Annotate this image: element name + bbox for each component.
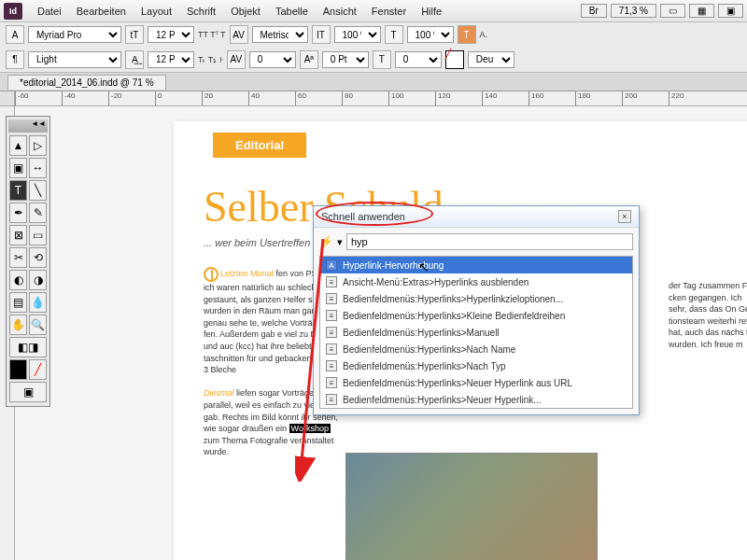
font-weight-select[interactable]: Light — [28, 51, 121, 68]
apply-color[interactable] — [9, 359, 27, 380]
quick-apply-titlebar[interactable]: Schnell anwenden × — [314, 206, 639, 228]
article-photo[interactable] — [345, 453, 598, 560]
quick-apply-item[interactable]: ≡Bedienfeldmenüs:Hyperlinks>Neuer Hyperl… — [320, 374, 632, 391]
menu-tabelle[interactable]: Tabelle — [268, 4, 316, 19]
menu-layout[interactable]: Layout — [134, 4, 179, 19]
apply-none[interactable]: ╱ — [29, 359, 47, 380]
tracking-select[interactable]: 0 — [249, 51, 296, 68]
gradient-feather-tool[interactable]: ◑ — [29, 270, 47, 290]
gap-tool[interactable]: ↔ — [29, 158, 47, 178]
caps-icon[interactable]: TT Tᵀ T — [198, 30, 226, 39]
font-size-select[interactable]: 12 Pt — [148, 26, 194, 43]
quick-apply-list: AHyperlink-Hervorhebung ≡Ansicht-Menü:Ex… — [319, 256, 633, 409]
leading-icon: A͟ — [125, 50, 144, 69]
zoom-level[interactable]: 71,3 % — [611, 4, 656, 18]
quick-apply-item[interactable]: ≡Bedienfeldmenüs:Hyperlinks>Neuer Hyperl… — [320, 391, 632, 408]
direct-selection-tool[interactable]: ▷ — [29, 135, 47, 156]
ruler-horizontal[interactable]: -60-40-20020406080100120140160180200220 — [15, 91, 747, 106]
skew-select[interactable]: 0 — [395, 51, 442, 68]
dropdown-icon[interactable]: ▾ — [337, 236, 343, 248]
view-mode-tool[interactable]: ▣ — [9, 382, 47, 402]
hscale-select[interactable]: 100 % — [334, 26, 381, 43]
quick-apply-title: Schnell anwenden — [321, 211, 405, 222]
selection-tool[interactable]: ▲ — [9, 135, 27, 156]
hscale-icon: IT — [312, 25, 331, 44]
document-tab[interactable]: *editorial_2014_06.indd @ 71 % — [7, 75, 166, 90]
right-column-text[interactable]: der Tag zusammen Fi cken gegangen. Ich s… — [669, 280, 747, 351]
quick-apply-item[interactable]: ≡Bedienfeldmenüs:Hyperlinks>Nach Typ — [320, 357, 632, 374]
baseline-select[interactable]: 0 Pt — [322, 51, 369, 68]
tracking-icon: AV — [227, 50, 246, 69]
bridge-button[interactable]: Br — [581, 4, 607, 18]
font-family-select[interactable]: Myriad Pro — [28, 26, 121, 43]
ruler-origin[interactable] — [0, 91, 15, 106]
scissors-tool[interactable]: ✂ — [9, 247, 27, 268]
skew-icon: T — [373, 50, 391, 69]
page-tool[interactable]: ▣ — [9, 158, 27, 178]
para-mode-icon[interactable]: ¶ — [6, 50, 24, 69]
zoom-tool[interactable]: 🔍 — [29, 315, 47, 335]
pencil-tool[interactable]: ✎ — [29, 203, 47, 223]
document-tab-bar: *editorial_2014_06.indd @ 71 % — [0, 73, 747, 91]
bolt-icon[interactable]: ⚡ — [319, 235, 333, 248]
view-mode-button[interactable]: ▭ — [660, 4, 685, 18]
menu-schrift[interactable]: Schrift — [179, 4, 223, 19]
hand-tool[interactable]: ✋ — [9, 315, 27, 335]
menu-icon: ≡ — [326, 343, 337, 355]
transform-tool[interactable]: ⟲ — [29, 247, 47, 268]
eyedropper-tool[interactable]: 💧 — [29, 292, 47, 313]
language-select[interactable]: Deu — [468, 51, 514, 68]
close-icon[interactable]: × — [618, 210, 631, 223]
gradient-swatch-tool[interactable]: ◐ — [9, 270, 27, 290]
quick-apply-item[interactable]: ≡Bedienfeldmenüs:Hyperlinks>Manuell — [320, 324, 632, 341]
quick-apply-item[interactable]: ≡Bedienfeldmenüs:Hyperlinks>Kleine Bedie… — [320, 307, 632, 324]
menu-icon: ≡ — [326, 310, 337, 321]
fill-swatch[interactable]: ╱ — [445, 50, 464, 69]
arrange-button[interactable]: ▦ — [689, 4, 714, 18]
rect-tool[interactable]: ▭ — [29, 225, 47, 245]
screen-mode-button[interactable]: ▣ — [718, 4, 743, 18]
size-icon: tT — [125, 25, 144, 44]
quick-apply-input[interactable] — [346, 233, 633, 250]
pen-tool[interactable]: ✒ — [9, 203, 27, 223]
vscale-icon: T — [385, 25, 403, 44]
menu-icon: ≡ — [326, 377, 337, 388]
char-mode-icon[interactable]: A — [6, 25, 24, 44]
editorial-tag: Editorial — [213, 133, 306, 158]
kerning-icon: AV — [230, 25, 248, 44]
type-tool[interactable]: T — [9, 180, 27, 201]
menu-bearbeiten[interactable]: Bearbeiten — [69, 4, 134, 19]
app-logo: Id — [4, 3, 22, 20]
menu-fenster[interactable]: Fenster — [364, 4, 414, 19]
menu-icon: ≡ — [326, 394, 337, 405]
quick-apply-item[interactable]: ≡Bedienfeldmenüs:Hyperlinks>Hyperlinkzie… — [320, 290, 632, 307]
menu-datei[interactable]: Datei — [30, 4, 69, 19]
line-tool[interactable]: ╲ — [29, 180, 47, 201]
fill-stroke-swap[interactable]: ◧◨ — [9, 337, 47, 357]
menu-objekt[interactable]: Objekt — [223, 4, 268, 19]
leading-select[interactable]: 12 Pt — [148, 51, 194, 68]
kerning-select[interactable]: Metrisch — [252, 26, 308, 43]
menu-hilfe[interactable]: Hilfe — [414, 4, 449, 19]
char-style-icon[interactable]: T — [458, 25, 476, 44]
menu-icon: ≡ — [326, 276, 337, 287]
globe-icon — [204, 267, 218, 282]
subscript-icon[interactable]: Tₜ T₁ ꜔ — [198, 55, 223, 64]
menubar: Id Datei Bearbeiten Layout Schrift Objek… — [0, 0, 747, 22]
rect-frame-tool[interactable]: ⊠ — [9, 225, 27, 245]
vscale-select[interactable]: 100 % — [407, 26, 454, 43]
baseline-icon: Aª — [300, 50, 318, 69]
char-color-label[interactable]: A. — [480, 30, 488, 39]
menu-icon: ≡ — [326, 327, 337, 338]
menu-icon: ≡ — [326, 293, 337, 304]
menu-ansicht[interactable]: Ansicht — [316, 4, 364, 19]
tools-header[interactable]: ◄◄ — [8, 119, 48, 133]
control-panel: A Myriad Pro tT 12 Pt TT Tᵀ T AV Metrisc… — [0, 22, 747, 73]
quick-apply-item[interactable]: AHyperlink-Hervorhebung — [320, 257, 632, 273]
highlighted-word: Workshop — [289, 424, 331, 433]
note-tool[interactable]: ▤ — [9, 292, 27, 313]
quick-apply-item[interactable]: ≡Ansicht-Menü:Extras>Hyperlinks ausblend… — [320, 273, 632, 290]
char-style-icon: A — [326, 259, 337, 271]
quick-apply-item[interactable]: ≡Bedienfeldmenüs:Hyperlinks>Nach Name — [320, 341, 632, 357]
menu-icon: ≡ — [326, 360, 337, 371]
